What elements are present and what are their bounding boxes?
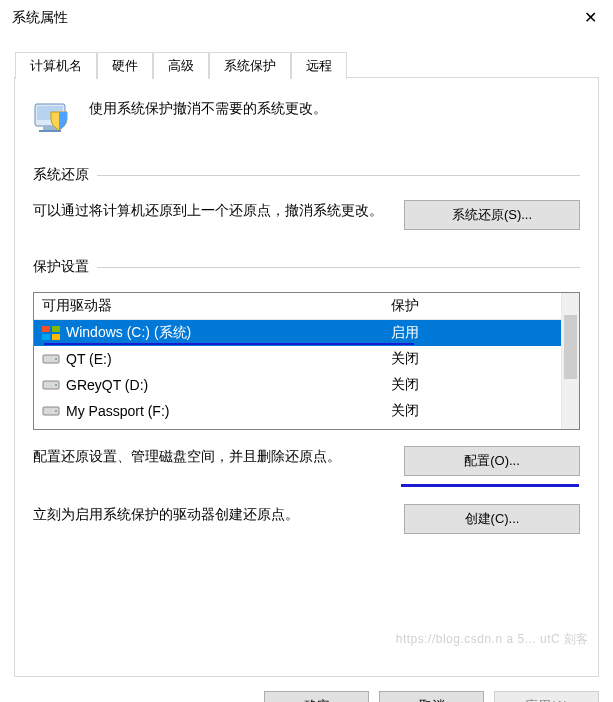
svg-rect-4	[42, 326, 50, 332]
dialog-footer: 确定 取消 应用(A)	[0, 677, 613, 702]
drive-name: My Passport (F:)	[66, 403, 169, 419]
configure-desc: 配置还原设置、管理磁盘空间，并且删除还原点。	[33, 446, 388, 467]
configure-button[interactable]: 配置(O)...	[404, 446, 580, 476]
section-restore-title: 系统还原	[33, 166, 89, 184]
svg-rect-7	[52, 334, 60, 340]
drive-protect-status: 关闭	[391, 350, 571, 368]
tab-strip: 计算机名 硬件 高级 系统保护 远程	[15, 51, 347, 78]
windows-drive-icon	[42, 326, 60, 340]
drive-row[interactable]: QT (E:)关闭	[34, 346, 579, 372]
svg-rect-3	[39, 130, 61, 132]
hdd-icon	[42, 352, 60, 366]
tab-remote[interactable]: 远程	[291, 52, 347, 79]
intro-text: 使用系统保护撤消不需要的系统更改。	[89, 98, 327, 118]
drive-row[interactable]: GReyQT (D:)关闭	[34, 372, 579, 398]
drive-name: GReyQT (D:)	[66, 377, 148, 393]
col-protect-header: 保护	[391, 297, 571, 315]
svg-point-11	[55, 384, 57, 386]
svg-rect-6	[42, 334, 50, 340]
divider	[97, 267, 580, 268]
drive-name-cell: Windows (C:) (系统)	[42, 324, 391, 342]
tab-computer-name[interactable]: 计算机名	[15, 52, 97, 79]
scrollbar-thumb[interactable]	[564, 315, 577, 379]
drive-name-cell: My Passport (F:)	[42, 402, 391, 420]
close-icon: ✕	[584, 8, 597, 27]
drive-name-cell: GReyQT (D:)	[42, 376, 391, 394]
drive-name: QT (E:)	[66, 351, 112, 367]
tab-panel: 计算机名 硬件 高级 系统保护 远程 使用系统保护撤消不需要的系统更改。 系统还…	[14, 77, 599, 677]
titlebar: 系统属性 ✕	[0, 0, 613, 36]
annotation-underline	[44, 343, 414, 345]
create-desc: 立刻为启用系统保护的驱动器创建还原点。	[33, 504, 388, 525]
section-settings-title: 保护设置	[33, 258, 89, 276]
drive-name-cell: QT (E:)	[42, 350, 391, 368]
window-title: 系统属性	[12, 9, 68, 27]
create-button[interactable]: 创建(C)...	[404, 504, 580, 534]
watermark: https://blog.csdn.n a 5... utC 刻客	[396, 631, 589, 648]
hdd-icon	[42, 404, 60, 418]
tab-system-protection[interactable]: 系统保护	[209, 52, 291, 79]
restore-desc: 可以通过将计算机还原到上一个还原点，撤消系统更改。	[33, 200, 388, 221]
drive-protect-status: 关闭	[391, 376, 571, 394]
ok-button[interactable]: 确定	[264, 691, 369, 702]
annotation-underline	[401, 484, 579, 487]
apply-button[interactable]: 应用(A)	[494, 691, 599, 702]
shield-icon	[33, 98, 75, 138]
cancel-button[interactable]: 取消	[379, 691, 484, 702]
drive-name: Windows (C:) (系统)	[66, 324, 191, 342]
col-drive-header: 可用驱动器	[42, 297, 391, 315]
svg-rect-5	[52, 326, 60, 332]
tab-hardware[interactable]: 硬件	[97, 52, 153, 79]
hdd-icon	[42, 378, 60, 392]
tab-advanced[interactable]: 高级	[153, 52, 209, 79]
drive-row[interactable]: My Passport (F:)关闭	[34, 398, 579, 424]
drive-protect-status: 启用	[391, 324, 571, 342]
close-button[interactable]: ✕	[567, 1, 613, 35]
drive-list[interactable]: 可用驱动器 保护 Windows (C:) (系统)启用QT (E:)关闭GRe…	[33, 292, 580, 430]
svg-point-13	[55, 410, 57, 412]
drive-protect-status: 关闭	[391, 402, 571, 420]
drive-list-header: 可用驱动器 保护	[34, 293, 579, 320]
divider	[97, 175, 580, 176]
scrollbar[interactable]	[561, 293, 579, 429]
svg-point-9	[55, 358, 57, 360]
system-restore-button[interactable]: 系统还原(S)...	[404, 200, 580, 230]
